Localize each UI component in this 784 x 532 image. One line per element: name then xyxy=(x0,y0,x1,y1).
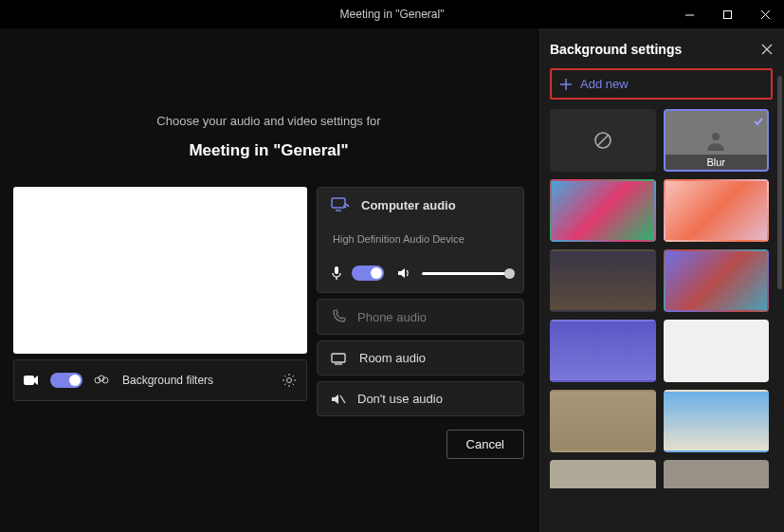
background-filters-button[interactable]: Background filters xyxy=(122,374,213,387)
close-window-button[interactable] xyxy=(746,0,784,28)
microphone-icon xyxy=(331,266,342,281)
speaker-icon xyxy=(397,266,412,280)
maximize-icon xyxy=(722,9,733,20)
phone-audio-option: Phone audio xyxy=(317,299,524,335)
window-title: Meeting in "General" xyxy=(340,8,445,21)
minimize-button[interactable] xyxy=(670,0,708,28)
background-tile[interactable] xyxy=(550,460,656,488)
gear-icon xyxy=(282,373,297,388)
phone-icon xyxy=(331,309,346,324)
svg-rect-9 xyxy=(332,198,345,208)
background-tile[interactable] xyxy=(550,390,656,452)
video-preview xyxy=(13,187,307,354)
background-tile[interactable] xyxy=(664,460,770,488)
video-settings-button[interactable] xyxy=(282,373,297,388)
close-icon xyxy=(760,9,771,20)
room-audio-label: Room audio xyxy=(359,351,426,365)
background-tile[interactable] xyxy=(550,249,656,312)
svg-line-18 xyxy=(597,135,609,146)
check-icon xyxy=(753,114,764,131)
phone-audio-label: Phone audio xyxy=(357,310,427,324)
blur-label: Blur xyxy=(665,155,768,170)
svg-point-8 xyxy=(287,378,292,383)
background-tile[interactable] xyxy=(550,320,656,382)
audio-options: Computer audio High Definition Audio Dev… xyxy=(317,187,524,416)
maximize-button[interactable] xyxy=(708,0,746,28)
background-grid: Blur xyxy=(550,109,773,488)
camera-icon xyxy=(24,375,39,386)
microphone-toggle[interactable] xyxy=(352,266,384,281)
background-tile-blur[interactable]: Blur xyxy=(664,109,770,172)
prejoin-subtitle: Choose your audio and video settings for xyxy=(13,114,524,128)
title-bar: Meeting in "General" xyxy=(0,0,784,28)
svg-rect-10 xyxy=(335,266,338,274)
video-controls-bar: Background filters xyxy=(13,359,307,401)
background-settings-title: Background settings xyxy=(550,42,682,57)
add-new-highlight: Add new xyxy=(550,68,773,100)
volume-slider[interactable] xyxy=(422,272,510,275)
background-tile[interactable] xyxy=(664,390,770,452)
close-panel-button[interactable] xyxy=(761,44,773,55)
panel-scrollbar[interactable] xyxy=(777,76,782,289)
none-icon xyxy=(593,130,613,151)
camera-toggle[interactable] xyxy=(50,373,82,388)
cancel-button[interactable]: Cancel xyxy=(447,430,524,459)
dont-use-audio-option[interactable]: Don't use audio xyxy=(317,381,524,416)
no-audio-icon xyxy=(331,393,346,406)
minimize-icon xyxy=(684,9,695,20)
background-tile[interactable] xyxy=(664,320,770,382)
close-icon xyxy=(761,44,773,55)
svg-line-12 xyxy=(340,395,345,403)
svg-rect-4 xyxy=(24,376,34,385)
computer-audio-option[interactable]: Computer audio High Definition Audio Dev… xyxy=(317,187,524,293)
room-audio-icon xyxy=(331,352,348,365)
computer-audio-icon xyxy=(331,197,350,212)
room-audio-option[interactable]: Room audio xyxy=(317,340,524,376)
volume-thumb[interactable] xyxy=(504,268,515,279)
add-new-button[interactable]: Add new xyxy=(557,73,765,95)
audio-device-label: High Definition Audio Device xyxy=(333,233,510,245)
background-settings-panel: Background settings Add new Blur xyxy=(538,28,784,532)
svg-rect-11 xyxy=(332,354,345,362)
background-tile-none[interactable] xyxy=(550,109,656,172)
add-new-label: Add new xyxy=(580,77,629,91)
dont-use-audio-label: Don't use audio xyxy=(357,392,443,406)
background-filters-icon xyxy=(94,374,109,387)
computer-audio-label: Computer audio xyxy=(361,198,456,212)
background-tile[interactable] xyxy=(664,179,770,242)
person-icon xyxy=(703,128,728,153)
prejoin-pane: Choose your audio and video settings for… xyxy=(0,28,538,532)
svg-rect-1 xyxy=(723,10,731,18)
plus-icon xyxy=(559,78,573,91)
meeting-name: Meeting in "General" xyxy=(13,141,524,160)
background-tile[interactable] xyxy=(664,249,770,312)
svg-point-19 xyxy=(712,133,720,140)
background-tile[interactable] xyxy=(550,179,656,242)
window-controls xyxy=(670,0,784,28)
